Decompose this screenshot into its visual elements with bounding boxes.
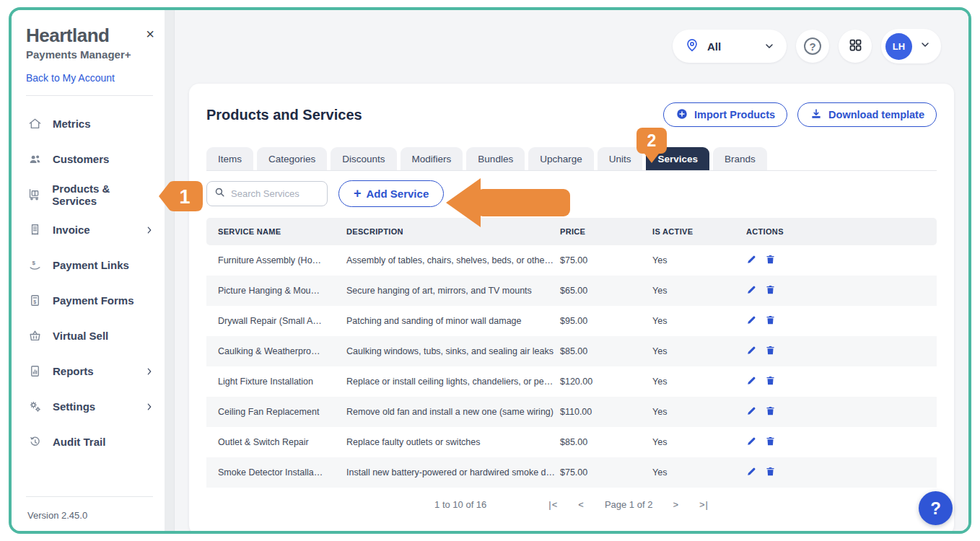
edit-button[interactable] (746, 375, 757, 388)
sidebar-divider-bottom (26, 496, 153, 497)
sidebar-item-payment-links[interactable]: $Payment Links (26, 247, 165, 283)
edit-button[interactable] (746, 254, 757, 267)
sidebar-item-metrics[interactable]: Metrics (26, 106, 165, 141)
receipt-icon (26, 223, 43, 237)
tab-items[interactable]: Items (206, 147, 253, 170)
service-name-cell: Ceiling Fan Replacement (218, 407, 346, 417)
delete-button[interactable] (765, 466, 776, 479)
column-header-description: DESCRIPTION (346, 227, 560, 236)
edit-button[interactable] (746, 436, 757, 449)
trash-icon (765, 254, 776, 267)
table-row: Caulking & Weatherpro…Caulking windows, … (206, 336, 937, 366)
edit-button[interactable] (746, 405, 757, 418)
close-icon[interactable]: × (146, 25, 154, 43)
help-button[interactable]: ? (796, 30, 829, 63)
edit-button[interactable] (746, 345, 757, 358)
is-active-cell: Yes (652, 346, 746, 356)
tab-services[interactable]: Services (646, 147, 709, 170)
tab-units[interactable]: Units (598, 147, 643, 170)
delete-button[interactable] (765, 315, 776, 327)
description-cell: Replace faulty outlets or switches (346, 437, 560, 447)
pagination-next-button[interactable]: > (673, 499, 679, 510)
back-to-account-link[interactable]: Back to My Account (26, 72, 165, 84)
pagination-last-button[interactable]: >| (699, 499, 709, 510)
sidebar-item-label: Payment Links (53, 259, 129, 271)
sidebar-item-payment-forms[interactable]: $Payment Forms (26, 283, 165, 318)
sidebar-item-products-services[interactable]: Products & Services (26, 177, 165, 212)
tab-modifiers[interactable]: Modifiers (401, 147, 463, 170)
service-name-cell: Picture Hanging & Mou… (218, 286, 346, 296)
search-services-box (206, 181, 328, 206)
is-active-cell: Yes (652, 377, 746, 387)
delete-button[interactable] (765, 405, 776, 418)
edit-button[interactable] (746, 466, 757, 479)
tab-upcharge[interactable]: Upcharge (528, 147, 594, 170)
pencil-icon (746, 405, 757, 418)
service-name-cell: Furniture Assembly (Ho… (218, 255, 346, 265)
sidebar-item-settings[interactable]: Settings (26, 389, 165, 424)
tab-categories[interactable]: Categories (257, 147, 327, 170)
column-header-actions: ACTIONS (746, 227, 925, 236)
cart-icon (26, 188, 43, 201)
tab-bundles[interactable]: Bundles (466, 147, 525, 170)
sidebar-item-virtual-sell[interactable]: Virtual Sell (26, 318, 165, 353)
svg-text:$: $ (33, 299, 36, 305)
trash-icon (765, 436, 776, 449)
pagination-prev-button[interactable]: < (578, 499, 585, 510)
service-name-cell: Caulking & Weatherpro… (218, 346, 346, 356)
tab-discounts[interactable]: Discounts (331, 147, 396, 170)
tab-bar: ItemsCategoriesDiscountsModifiersBundles… (206, 147, 937, 171)
is-active-cell: Yes (652, 467, 746, 478)
description-cell: Caulking windows, tubs, sinks, and seali… (346, 346, 560, 356)
pagination-first-button[interactable]: |< (548, 499, 558, 510)
brand-logo: Heartland (26, 25, 131, 47)
gears-icon (26, 400, 43, 413)
delete-button[interactable] (765, 284, 776, 297)
sidebar-item-label: Settings (53, 400, 95, 413)
delete-button[interactable] (765, 345, 776, 358)
svg-text:$: $ (32, 260, 35, 266)
delete-button[interactable] (765, 254, 776, 267)
reports-icon (26, 364, 43, 378)
price-cell: $75.00 (560, 467, 652, 478)
edit-button[interactable] (746, 284, 757, 297)
sidebar-item-invoice[interactable]: Invoice (26, 212, 165, 247)
is-active-cell: Yes (652, 437, 746, 447)
location-filter-dropdown[interactable]: All (673, 30, 787, 63)
user-menu[interactable]: LH (881, 29, 941, 63)
service-name-cell: Light Fixture Installation (218, 377, 346, 387)
sidebar-item-customers[interactable]: Customers (26, 141, 165, 177)
actions-cell (746, 405, 925, 418)
pencil-icon (746, 345, 757, 358)
sidebar-item-label: Audit Trail (53, 436, 105, 448)
price-cell: $120.00 (560, 377, 652, 387)
delete-button[interactable] (765, 375, 776, 388)
import-products-button[interactable]: Import Products (663, 102, 787, 127)
add-service-button[interactable]: + Add Service (338, 180, 444, 207)
location-pin-icon (684, 37, 700, 56)
sidebar-item-reports[interactable]: Reports (26, 353, 165, 389)
floating-help-button[interactable]: ? (919, 491, 953, 525)
description-cell: Install new battery-powered or hardwired… (346, 467, 560, 478)
tab-brands[interactable]: Brands (713, 147, 767, 170)
price-cell: $110.00 (560, 407, 652, 417)
delete-button[interactable] (765, 436, 776, 449)
price-cell: $95.00 (560, 316, 652, 326)
price-cell: $75.00 (560, 255, 652, 265)
actions-cell (746, 345, 925, 358)
sidebar-nav: MetricsCustomersProducts & ServicesInvoi… (26, 106, 165, 459)
pagination-page-label: Page 1 of 2 (605, 499, 653, 510)
search-services-input[interactable] (231, 188, 318, 199)
download-template-button[interactable]: Download template (797, 102, 937, 127)
table-header-row: SERVICE NAMEDESCRIPTIONPRICEIS ACTIVEACT… (206, 218, 937, 245)
pencil-icon (746, 436, 757, 449)
sidebar-item-audit-trail[interactable]: Audit Trail (26, 424, 165, 459)
actions-cell (746, 466, 925, 479)
sidebar-divider (26, 95, 153, 96)
download-icon (810, 107, 823, 123)
version-label: Version 2.45.0 (26, 501, 165, 521)
apps-grid-button[interactable] (839, 30, 872, 63)
pencil-icon (746, 315, 757, 327)
service-name-cell: Outlet & Switch Repair (218, 437, 346, 447)
edit-button[interactable] (746, 315, 757, 327)
